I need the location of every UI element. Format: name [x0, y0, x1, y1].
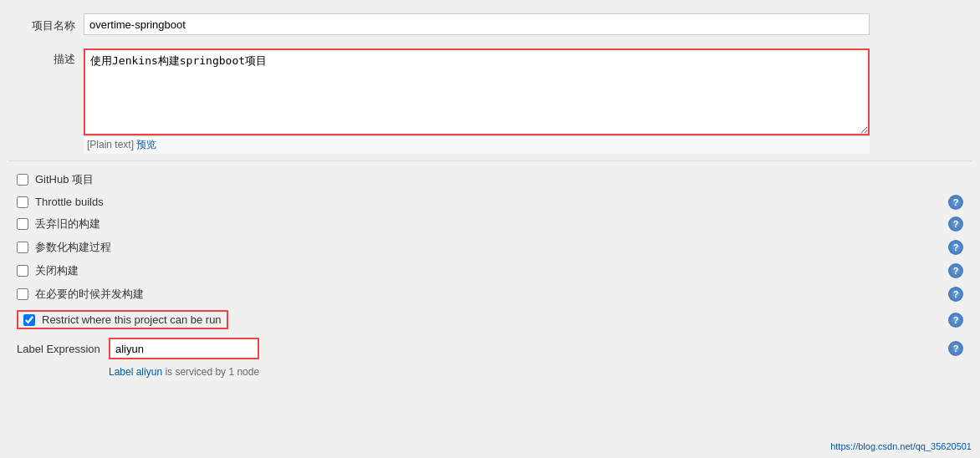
restrict-highlight-box: Restrict where this project can be run — [17, 310, 228, 329]
concurrent-label: 在必要的时候并发构建 — [35, 287, 144, 302]
checkbox-row-throttle: Throttle builds ? — [8, 191, 972, 212]
throttle-help-icon[interactable]: ? — [948, 195, 963, 210]
concurrent-checkbox[interactable] — [17, 288, 28, 300]
discard-checkbox[interactable] — [17, 218, 28, 230]
project-name-input[interactable] — [84, 13, 870, 35]
label-expr-row: Label Expression ? — [8, 333, 972, 364]
main-container: 项目名称 描述 使用Jenkins构建springboot项目 [Plain t… — [0, 0, 980, 389]
label-expr-help-icon[interactable]: ? — [948, 341, 963, 356]
checkbox-row-params: 参数化构建过程 ? — [8, 236, 972, 259]
serviced-link[interactable]: Label aliyun — [109, 366, 162, 378]
description-wrapper: 使用Jenkins构建springboot项目 — [84, 48, 870, 135]
description-label: 描述 — [17, 48, 84, 67]
checkbox-row-disable: 关闭构建 ? — [8, 259, 972, 282]
disable-checkbox[interactable] — [17, 265, 28, 277]
project-name-row: 项目名称 — [8, 8, 972, 40]
throttle-label: Throttle builds — [35, 196, 104, 208]
discard-help-icon[interactable]: ? — [948, 216, 963, 232]
params-checkbox[interactable] — [17, 242, 28, 253]
restrict-label: Restrict where this project can be run — [42, 313, 222, 326]
checkbox-row-github: GitHub 项目 — [8, 168, 972, 191]
discard-label: 丢弃旧的构建 — [35, 216, 100, 232]
textarea-footer: [Plain text] 预览 — [84, 135, 870, 154]
throttle-checkbox[interactable] — [17, 196, 28, 208]
description-row: 描述 使用Jenkins构建springboot项目 [Plain text] … — [8, 48, 972, 154]
description-textarea[interactable]: 使用Jenkins构建springboot项目 — [85, 50, 868, 134]
checkbox-row-discard: 丢弃旧的构建 ? — [8, 212, 972, 236]
watermark: https://blog.csdn.net/qq_35620501 — [830, 441, 972, 451]
github-label: GitHub 项目 — [35, 172, 94, 187]
description-control-wrap: 使用Jenkins构建springboot项目 [Plain text] 预览 — [84, 48, 870, 154]
github-checkbox[interactable] — [17, 174, 28, 186]
restrict-help-icon[interactable]: ? — [948, 313, 963, 328]
disable-label: 关闭构建 — [35, 263, 79, 278]
disable-help-icon[interactable]: ? — [948, 263, 963, 278]
concurrent-help-icon[interactable]: ? — [948, 287, 963, 302]
project-name-label: 项目名称 — [17, 15, 84, 33]
params-help-icon[interactable]: ? — [948, 240, 963, 255]
params-label: 参数化构建过程 — [35, 240, 111, 255]
restrict-checkbox[interactable] — [23, 314, 35, 326]
label-expr-input[interactable] — [109, 338, 259, 359]
divider-1 — [8, 160, 972, 161]
serviced-row: Label aliyun is serviced by 1 node — [8, 364, 972, 380]
plain-text-hint: [Plain text] — [87, 139, 134, 150]
preview-link[interactable]: 预览 — [136, 139, 156, 150]
checkbox-row-restrict: Restrict where this project can be run ? — [8, 306, 972, 333]
form-section: 项目名称 描述 使用Jenkins构建springboot项目 [Plain t… — [0, 8, 980, 380]
label-expr-label: Label Expression — [17, 343, 109, 355]
checkbox-row-concurrent: 在必要的时候并发构建 ? — [8, 282, 972, 306]
serviced-text: is serviced by 1 node — [162, 366, 259, 378]
